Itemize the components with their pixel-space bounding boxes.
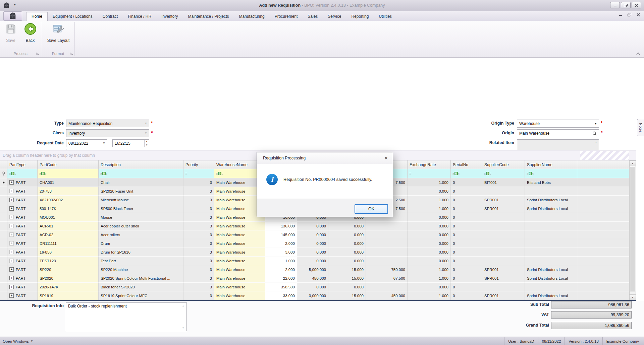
cell-part_type[interactable]: +PART <box>7 274 38 283</box>
cell-priority[interactable]: 3 <box>183 222 214 230</box>
cell-col6[interactable]: 145.000 <box>265 230 297 239</box>
cell-exchange_rate[interactable]: 0.000 <box>408 213 451 222</box>
close-icon[interactable] <box>637 13 640 16</box>
cell-part_code[interactable]: 20-753 <box>38 187 99 196</box>
cell-supplier_code[interactable]: SPR001 <box>482 265 525 274</box>
cell-supplier_name[interactable]: Sprint Distributors Local <box>525 265 577 274</box>
cell-serial_no[interactable]: 0 <box>451 230 482 239</box>
cell-col7[interactable]: 0.000 <box>297 257 328 265</box>
cell-serial_no[interactable]: 0 <box>451 291 482 300</box>
table-row[interactable]: +PARTACR-01Acer copier outer shell3Main … <box>0 222 636 230</box>
table-row[interactable]: +PARTSP220SP220 Machine3Main Warehouse2.… <box>0 265 636 274</box>
cell-part_code[interactable]: MOU001 <box>38 213 99 222</box>
cell-supplier_code[interactable] <box>482 248 525 257</box>
cell-description[interactable]: Test Part <box>99 257 183 265</box>
type-select[interactable]: Maintenance Requisition ▼ <box>66 120 149 127</box>
cell-description[interactable]: SP1919 Sprint Colour MFC <box>99 291 183 300</box>
cell-part_code[interactable]: SP2020 <box>38 274 99 283</box>
cell-col6[interactable]: 2.000 <box>265 239 297 248</box>
table-row[interactable]: +PARTACR-02Acer rollers3Main Warehouse14… <box>0 230 636 239</box>
cell-priority[interactable]: 3 <box>183 204 214 213</box>
tab-home[interactable]: Home <box>26 12 48 21</box>
cell-part_type[interactable]: +PART <box>7 196 38 204</box>
cell-part_code[interactable]: 16-856 <box>38 248 99 257</box>
open-windows-button[interactable]: Open Windows ▼ <box>3 337 33 345</box>
cell-priority[interactable]: 3 <box>183 274 214 283</box>
cell-supplier_code[interactable] <box>482 187 525 196</box>
cell-serial_no[interactable]: 0 <box>451 265 482 274</box>
filter-serial_no[interactable]: aBc <box>451 169 482 178</box>
cell-description[interactable]: SP220 Machine <box>99 265 183 274</box>
cell-serial_no[interactable]: 0 <box>451 274 482 283</box>
cell-part_code[interactable]: CHA001 <box>38 178 99 187</box>
filter-part_code[interactable]: aBc <box>38 169 99 178</box>
cell-serial_no[interactable]: 0 <box>451 187 482 196</box>
cell-col7[interactable]: 3,000.000 <box>297 291 328 300</box>
cell-col6[interactable]: 136.000 <box>265 222 297 230</box>
cell-description[interactable]: Chair <box>99 178 183 187</box>
cell-col9[interactable]: 750.000 <box>366 265 408 274</box>
cell-part_type[interactable]: +PART <box>7 187 38 196</box>
cell-exchange_rate[interactable]: 1.000 <box>408 291 451 300</box>
cell-priority[interactable]: 3 <box>183 213 214 222</box>
cell-supplier_code[interactable]: BIT001 <box>482 178 525 187</box>
cell-col8[interactable]: 15.000 <box>328 265 366 274</box>
tab-utilities[interactable]: Utilities <box>374 12 397 21</box>
request-date-input[interactable]: 08/11/2022 ▼ <box>66 139 107 147</box>
cell-exchange_rate[interactable]: 1.000 <box>408 178 451 187</box>
cell-col7[interactable]: 0.000 <box>297 248 328 257</box>
col-header-part_type[interactable]: PartType <box>7 160 38 169</box>
cell-priority[interactable]: 3 <box>183 178 214 187</box>
close-button[interactable] <box>632 2 641 8</box>
cell-supplier_code[interactable] <box>482 257 525 265</box>
table-row[interactable]: +PARTSP2020SP2020 Sprint Colour Multi Fu… <box>0 274 636 283</box>
cell-exchange_rate[interactable]: 1.000 <box>408 265 451 274</box>
col-header-serial_no[interactable]: SerialNo <box>451 160 482 169</box>
time-spinner[interactable]: ▲▼ <box>144 140 149 147</box>
cell-part_code[interactable]: SP1919 <box>38 291 99 300</box>
group-dialog-launcher-icon[interactable] <box>36 52 39 56</box>
cell-serial_no[interactable]: 0 <box>451 222 482 230</box>
tab-inventory[interactable]: Inventory <box>156 12 183 21</box>
tab-notes[interactable]: Notes <box>637 119 644 136</box>
cell-exchange_rate[interactable]: 1.000 <box>408 196 451 204</box>
cell-col8[interactable]: 0.000 <box>328 283 366 291</box>
cell-warehouse_name[interactable]: Main Warehouse <box>214 239 265 248</box>
cell-exchange_rate[interactable]: 0.000 <box>408 239 451 248</box>
search-icon[interactable] <box>592 131 597 137</box>
cell-description[interactable]: Black toner SP2020 <box>99 283 183 291</box>
expand-icon[interactable]: + <box>9 206 14 211</box>
cell-warehouse_name[interactable]: Main Warehouse <box>214 230 265 239</box>
cell-serial_no[interactable]: 0 <box>451 196 482 204</box>
requisition-info-textarea[interactable]: Bulk Order - stock replenishment ▲ ▼ <box>66 302 187 331</box>
cell-priority[interactable]: 3 <box>183 257 214 265</box>
back-button[interactable]: Back <box>21 22 40 51</box>
cell-supplier_code[interactable]: SPR001 <box>482 291 525 300</box>
cell-col8[interactable]: 15.000 <box>328 274 366 283</box>
cell-priority[interactable]: 3 <box>183 265 214 274</box>
cell-part_type[interactable]: +PART <box>7 239 38 248</box>
cell-part_code[interactable]: DR111111 <box>38 239 99 248</box>
ribbon-collapse-button[interactable] <box>635 51 642 56</box>
chevron-down-icon[interactable]: ▼ <box>594 122 597 125</box>
table-row[interactable]: +PARTTEST123Test Part3Main Warehouse1.00… <box>0 257 636 265</box>
cell-exchange_rate[interactable]: 0.000 <box>408 283 451 291</box>
tab-manufacturing[interactable]: Manufacturing <box>234 12 270 21</box>
cell-exchange_rate[interactable]: 0.000 <box>408 257 451 265</box>
cell-priority[interactable]: 3 <box>183 248 214 257</box>
chevron-down-icon[interactable]: ▼ <box>103 142 105 145</box>
app-menu-button[interactable] <box>3 11 22 21</box>
cell-part_code[interactable]: ACR-02 <box>38 230 99 239</box>
filter-exchange_rate[interactable]: = <box>408 169 451 178</box>
cell-part_code[interactable]: X821932-002 <box>38 196 99 204</box>
cell-supplier_code[interactable]: SPR001 <box>482 196 525 204</box>
cell-col6[interactable]: 3.000 <box>265 248 297 257</box>
cell-serial_no[interactable]: 0 <box>451 248 482 257</box>
cell-description[interactable]: SP2020 Fuser Unit <box>99 187 183 196</box>
cell-description[interactable]: SP500 Black Toner <box>99 204 183 213</box>
cell-col7[interactable]: 450.000 <box>297 274 328 283</box>
cell-supplier_code[interactable] <box>482 230 525 239</box>
cell-part_type[interactable]: +PART <box>7 265 38 274</box>
col-header-description[interactable]: Description <box>99 160 183 169</box>
cell-supplier_name[interactable] <box>525 187 577 196</box>
